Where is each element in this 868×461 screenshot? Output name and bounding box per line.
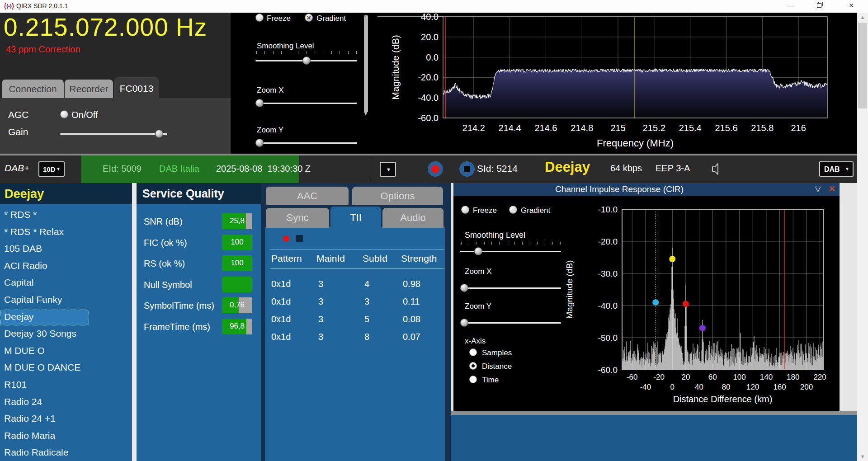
y-tick-label: -40.0 bbox=[598, 301, 618, 310]
service-quality-header: Service Quality bbox=[137, 183, 261, 204]
scroll-down-icon[interactable]: ▼ bbox=[857, 454, 868, 459]
slider-thumb[interactable] bbox=[302, 56, 311, 65]
tuner-panel: 0.215.072.000 Hz 43 ppm Correction Conne… bbox=[0, 13, 231, 154]
slider-track[interactable] bbox=[60, 133, 167, 135]
tab-aac[interactable]: AAC bbox=[266, 187, 349, 205]
tab-connection[interactable]: Connection bbox=[2, 80, 64, 98]
tab-options[interactable]: Options bbox=[352, 187, 443, 205]
station-list-item[interactable]: * RDS * bbox=[1, 208, 89, 223]
window-scrollbar[interactable]: ▲ ▼ bbox=[857, 13, 868, 461]
gain-slider[interactable] bbox=[60, 129, 167, 138]
cir-zoom-x-slider[interactable] bbox=[460, 283, 561, 292]
spectrum-plot[interactable]: 40.020.00.0-20.0-40.0-60.0214.2214.4214.… bbox=[371, 13, 857, 154]
slider-thumb[interactable] bbox=[255, 139, 264, 147]
cir-x-axis-label: x-Axis bbox=[465, 337, 486, 346]
table-cell: 0.07 bbox=[403, 332, 420, 342]
output-dropdown[interactable]: DAB ▼ bbox=[819, 161, 854, 177]
spectrum-smoothing-slider[interactable] bbox=[255, 56, 357, 65]
cir-plot: -10.0-20.0-30.0-40.0-50.0-60.0-60-202060… bbox=[563, 196, 842, 411]
radio-samples[interactable] bbox=[469, 348, 477, 356]
radio-time[interactable] bbox=[469, 376, 477, 383]
stop-button[interactable] bbox=[459, 161, 475, 177]
station-list-item[interactable]: M DUE O DANCE bbox=[1, 361, 89, 376]
y-axis-label: Magnitude (dB) bbox=[390, 35, 401, 100]
spectrum-panel-scrollbar[interactable] bbox=[364, 15, 368, 112]
frequency-display: 0.215.072.000 Hz bbox=[4, 13, 207, 42]
slider-tick bbox=[522, 242, 523, 245]
tab-audio[interactable]: Audio bbox=[382, 208, 443, 228]
echo-dot bbox=[652, 299, 659, 306]
panel-splitter[interactable] bbox=[132, 183, 137, 461]
agc-toggle[interactable] bbox=[60, 110, 68, 118]
slider-thumb[interactable] bbox=[474, 247, 482, 255]
quality-row-label: Null Symbol bbox=[144, 280, 192, 290]
cir-freeze-toggle[interactable] bbox=[461, 206, 469, 214]
minimize-button[interactable]: — bbox=[784, 2, 798, 11]
scroll-up-icon[interactable]: ▲ bbox=[857, 14, 868, 20]
slider-thumb[interactable] bbox=[255, 99, 264, 107]
station-list-item[interactable]: R101 bbox=[1, 378, 89, 393]
cir-window-resize-edge[interactable] bbox=[451, 411, 857, 415]
cir-close-icon[interactable]: ✕ bbox=[829, 184, 835, 194]
station-list-panel: Deejay * RDS ** RDS * Relax105 DABACI Ra… bbox=[0, 183, 132, 461]
station-list-item[interactable]: Radio Radicale bbox=[1, 446, 89, 461]
station-list-item[interactable]: Radio 24 bbox=[1, 395, 89, 410]
cir-smoothing-slider[interactable] bbox=[460, 247, 561, 256]
quality-bar-value: 100 bbox=[222, 259, 252, 268]
slider-tick bbox=[530, 242, 530, 245]
spectrum-gradient-toggle[interactable]: ✕ bbox=[305, 14, 313, 22]
record-button[interactable] bbox=[428, 161, 443, 177]
tab-sync[interactable]: Sync bbox=[266, 208, 329, 228]
x-axis-label: Distance Difference (km) bbox=[673, 394, 773, 404]
slider-thumb[interactable] bbox=[155, 130, 163, 138]
station-list-item[interactable]: Capital Funky bbox=[1, 293, 89, 308]
cir-window-header[interactable]: Channel Impulse Response (CIR) ▽ ✕ bbox=[453, 183, 840, 196]
restore-button[interactable] bbox=[813, 2, 826, 11]
gain-label: Gain bbox=[8, 127, 28, 137]
slider-thumb[interactable] bbox=[460, 319, 468, 327]
collapse-triangle-icon[interactable]: ▽ bbox=[815, 184, 821, 193]
quality-bar: 25,8 bbox=[222, 213, 252, 229]
station-list-item[interactable]: 105 DAB bbox=[1, 242, 89, 257]
radio-distance[interactable] bbox=[469, 362, 477, 370]
channel-dropdown[interactable]: 10D ▼ bbox=[38, 161, 65, 177]
station-list-item[interactable]: Capital bbox=[1, 276, 89, 291]
spectrum-freeze-toggle[interactable] bbox=[255, 14, 264, 22]
spectrum-gradient-label: Gradient bbox=[316, 14, 346, 23]
station-list-item[interactable]: Deejay 30 Songs bbox=[1, 327, 89, 342]
close-button[interactable]: ✕ bbox=[844, 2, 858, 11]
cir-gradient-toggle[interactable] bbox=[509, 206, 517, 214]
spectrum-area bbox=[443, 69, 827, 118]
cir-zoom-y-slider[interactable] bbox=[460, 318, 561, 327]
tab-recorder[interactable]: Recorder bbox=[65, 80, 113, 98]
slider-tick bbox=[290, 51, 290, 54]
tab-fc0013[interactable]: FC0013 bbox=[114, 77, 159, 98]
table-column-header: SubId bbox=[363, 253, 387, 264]
spectrum-smoothing-label: Smoothing Level bbox=[257, 42, 314, 51]
spectrum-zoom-y-label: Zoom Y bbox=[257, 126, 283, 135]
slider-track[interactable] bbox=[255, 142, 357, 144]
station-list-item[interactable]: * RDS * Relax bbox=[1, 225, 89, 240]
station-list-item[interactable]: Radio 24 +1 bbox=[1, 412, 89, 427]
tab-tii[interactable]: TII bbox=[330, 207, 381, 228]
slider-track[interactable] bbox=[460, 322, 561, 324]
spectrum-zoom-y-slider[interactable] bbox=[255, 138, 357, 147]
station-list-item[interactable]: Radio Maria bbox=[1, 429, 89, 444]
tii-record-indicator[interactable] bbox=[283, 235, 289, 242]
quality-row-label: SymbolTime (ms) bbox=[144, 301, 214, 311]
station-list-item[interactable]: ACI Radio bbox=[1, 259, 89, 274]
slider-thumb[interactable] bbox=[460, 284, 468, 292]
speaker-icon[interactable] bbox=[711, 161, 726, 177]
spectrum-zoom-x-slider[interactable] bbox=[255, 99, 357, 108]
slider-track[interactable] bbox=[255, 103, 357, 104]
station-list-item[interactable]: Deejay bbox=[1, 310, 89, 325]
record-icon bbox=[431, 165, 439, 173]
scrollbar-thumb[interactable] bbox=[858, 23, 867, 108]
expand-button[interactable]: ▼ bbox=[380, 162, 396, 177]
slider-track[interactable] bbox=[460, 287, 561, 289]
station-list-item[interactable]: M DUE O bbox=[1, 344, 89, 359]
title-bar: QIRX SDR 2.0.1.1 — ✕ bbox=[0, 0, 868, 13]
quality-row-label: SNR (dB) bbox=[144, 216, 183, 227]
channel-value: 10D bbox=[43, 165, 56, 173]
tii-stop-indicator[interactable] bbox=[296, 235, 303, 242]
